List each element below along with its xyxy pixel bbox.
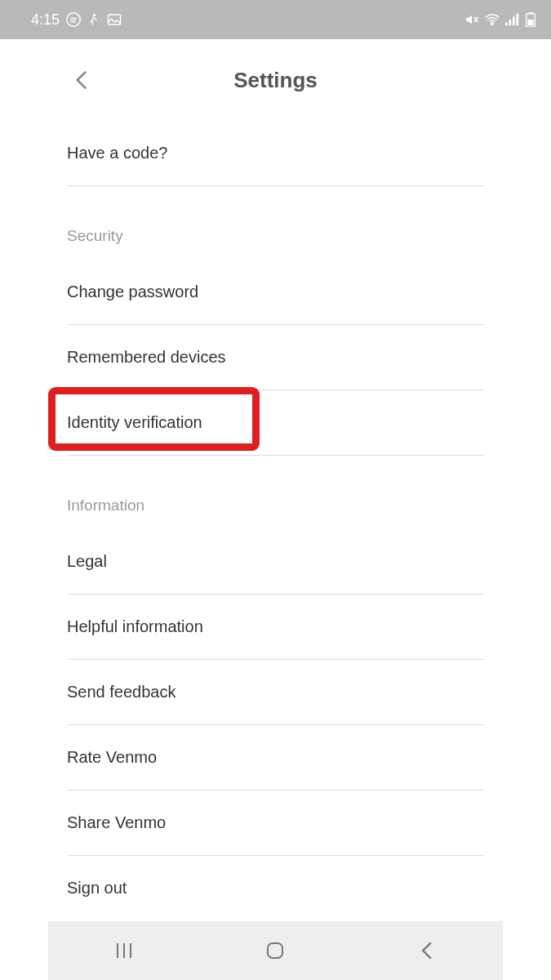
item-sign-out[interactable]: Sign out [48,856,503,901]
battery-icon [525,12,536,27]
item-label: Remembered devices [67,348,226,366]
walking-icon [87,12,100,27]
back-button[interactable] [69,68,94,92]
svg-rect-8 [513,16,515,25]
item-label: Share Venmo [67,813,166,831]
item-label: Legal [67,552,107,570]
svg-point-5 [491,23,494,25]
section-header-information: Information [48,456,503,529]
item-remembered-devices[interactable]: Remembered devices [67,325,484,390]
home-button[interactable] [226,930,324,971]
svg-rect-16 [268,943,282,958]
svg-rect-12 [527,20,533,25]
spotify-icon [66,12,81,27]
back-nav-button[interactable] [378,930,476,971]
item-identity-verification[interactable]: Identity verification [67,390,484,456]
item-helpful-information[interactable]: Helpful information [67,595,484,660]
section-header-security: Security [48,186,503,260]
svg-point-1 [93,14,96,16]
page-header: Settings [48,47,503,113]
svg-rect-9 [517,14,519,25]
status-time: 4:15 [31,11,60,29]
status-left: 4:15 [31,11,122,29]
item-label: Change password [67,283,198,301]
android-nav-bar [48,921,503,980]
page-title: Settings [233,68,318,93]
settings-content: Have a code? Security Change password Re… [48,113,503,901]
signal-icon [505,13,520,26]
item-label: Rate Venmo [67,748,157,766]
item-legal[interactable]: Legal [67,529,484,595]
mute-icon [464,13,479,26]
svg-rect-7 [509,20,512,25]
item-send-feedback[interactable]: Send feedback [67,660,484,725]
status-bar: 4:15 [0,0,551,39]
item-have-a-code[interactable]: Have a code? [67,113,484,186]
item-change-password[interactable]: Change password [67,260,484,325]
item-label: Have a code? [67,144,167,162]
image-icon [107,13,122,26]
item-label: Send feedback [67,683,176,701]
wifi-icon [484,13,500,26]
svg-rect-6 [505,23,508,26]
item-rate-venmo[interactable]: Rate Venmo [67,725,484,791]
status-right [464,12,536,27]
item-label: Helpful information [67,617,203,635]
item-share-venmo[interactable]: Share Venmo [67,791,484,856]
recents-button[interactable] [75,930,173,971]
item-label: Sign out [67,879,127,897]
item-label: Identity verification [67,413,202,431]
